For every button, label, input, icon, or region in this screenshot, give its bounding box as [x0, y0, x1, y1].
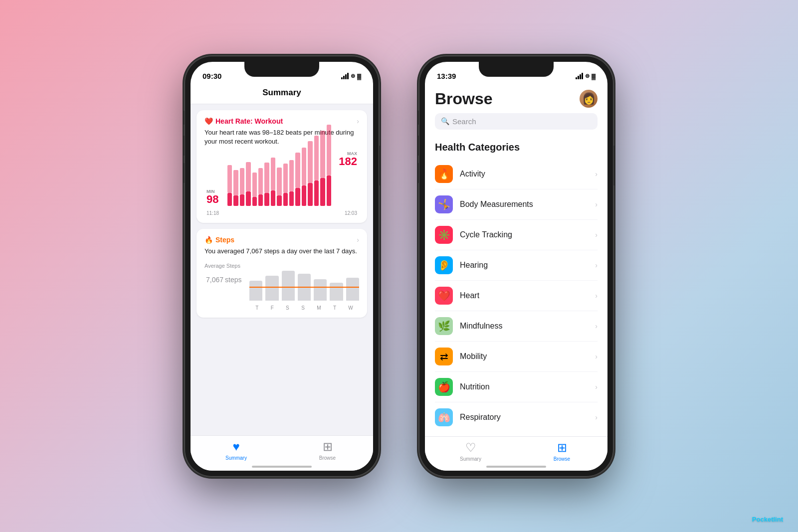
category-chevron-body: › — [595, 200, 598, 208]
heart-bar-bottom — [258, 194, 263, 205]
search-bar[interactable]: 🔍 Search — [435, 113, 598, 130]
category-item-respiratory[interactable]: 🫁Respiratory› — [435, 402, 598, 432]
day-label: T — [255, 305, 258, 311]
card-header-heart: ❤️ Heart Rate: Workout › — [204, 117, 359, 125]
summary-screen: 09:30 ⊜ ▓ Summary — [191, 62, 373, 471]
tab-browse-active[interactable]: ⊞ Browse — [516, 441, 607, 462]
category-item-mindfulness[interactable]: 🌿Mindfulness› — [435, 311, 598, 342]
steps-desc: You averaged 7,067 steps a day over the … — [204, 247, 359, 256]
heart-rate-desc: Your heart rate was 98–182 beats per min… — [204, 128, 359, 146]
heart-bar-top — [289, 160, 294, 191]
heart-bar-group — [277, 155, 281, 206]
category-chevron-cycle: › — [595, 231, 598, 239]
heart-bar-bottom — [271, 190, 275, 206]
chart-time-labels: 11:18 12:03 — [202, 210, 361, 216]
category-icon-respiratory: 🫁 — [435, 408, 453, 426]
category-chevron-mobility: › — [595, 353, 598, 360]
heart-bar-bottom — [314, 180, 319, 206]
heart-bar-bottom — [302, 185, 306, 206]
home-indicator — [252, 466, 312, 468]
battery-icon-browse: ▓ — [592, 73, 596, 79]
category-list: 🔥Activity›🤸Body Measurements›✳️Cycle Tra… — [435, 159, 598, 432]
heart-bars — [227, 155, 331, 206]
category-chevron-respiratory: › — [595, 413, 598, 421]
category-icon-cycle: ✳️ — [435, 226, 453, 244]
heart-bar-bottom — [295, 188, 300, 206]
heart-bar-top — [252, 173, 257, 197]
category-name-mindfulness: Mindfulness — [460, 322, 588, 331]
notch — [244, 62, 319, 77]
browse-screen: 13:39 ⊜ ▓ Browse — [425, 62, 607, 471]
heart-rate-title[interactable]: ❤️ Heart Rate: Workout — [204, 117, 283, 125]
category-name-body: Body Measurements — [460, 200, 588, 209]
category-item-hearing[interactable]: 👂Hearing› — [435, 250, 598, 281]
heart-chevron: › — [357, 117, 359, 125]
heart-bar-top — [327, 125, 331, 176]
category-icon-heart: ❤️ — [435, 287, 453, 305]
heart-bar-group — [246, 155, 250, 206]
category-chevron-hearing: › — [595, 261, 598, 269]
heart-bar-bottom — [283, 193, 288, 206]
steps-title[interactable]: 🔥 Steps — [204, 236, 234, 244]
category-chevron-activity: › — [595, 170, 598, 178]
phone-summary: 09:30 ⊜ ▓ Summary — [185, 56, 379, 477]
category-item-heart[interactable]: ❤️Heart› — [435, 281, 598, 311]
browse-header: Browse 👩 🔍 Search — [425, 84, 607, 134]
watermark: Pocketlint — [752, 516, 783, 523]
heart-bar-top — [246, 162, 250, 191]
status-icons-browse: ⊜ ▓ — [576, 73, 596, 79]
tab-browse[interactable]: ⊞ Browse — [282, 440, 373, 461]
category-item-mobility[interactable]: ⇄Mobility› — [435, 342, 598, 372]
heart-bar-bottom — [233, 195, 238, 205]
search-placeholder: Search — [452, 117, 476, 126]
heart-bar-top — [295, 153, 300, 188]
page-title-bar: Summary — [191, 84, 373, 104]
steps-value: 7,067steps — [204, 270, 242, 286]
heart-rate-card: ❤️ Heart Rate: Workout › Your heart rate… — [197, 110, 367, 223]
category-item-activity[interactable]: 🔥Activity› — [435, 159, 598, 189]
heart-bar-top — [320, 131, 325, 178]
step-bar — [249, 281, 262, 301]
heart-bar-top — [302, 148, 306, 186]
summary-tab-icon-browse: ♡ — [465, 441, 476, 455]
summary-tab-icon: ♥ — [232, 440, 239, 454]
heart-bar-group — [295, 155, 300, 206]
heart-bar-bottom — [252, 197, 257, 206]
notch-browse — [479, 62, 554, 77]
heart-bar-bottom — [246, 191, 250, 206]
day-label: F — [271, 305, 274, 311]
day-label: T — [333, 305, 336, 311]
heart-bar-bottom — [277, 195, 281, 205]
heart-bar-bottom — [264, 193, 269, 206]
category-item-cycle[interactable]: ✳️Cycle Tracking› — [435, 220, 598, 250]
heart-rate-chart: MAX 182 MIN 98 11:18 — [202, 151, 361, 216]
category-chevron-mindfulness: › — [595, 322, 598, 330]
heart-bar-group — [240, 155, 244, 206]
step-bar — [346, 278, 359, 301]
heart-bar-top — [314, 136, 319, 180]
avatar-image: 👩 — [582, 92, 596, 105]
heart-bar-top — [283, 164, 288, 193]
categories-title: Health Categories — [435, 142, 598, 153]
step-bar — [330, 283, 343, 301]
heart-bar-bottom — [320, 178, 325, 206]
card-header-steps: 🔥 Steps › — [204, 236, 359, 244]
chart-max: MAX 182 — [339, 151, 357, 167]
category-item-body[interactable]: 🤸Body Measurements› — [435, 189, 598, 220]
category-chevron-heart: › — [595, 292, 598, 300]
category-chevron-nutrition: › — [595, 383, 598, 391]
tab-summary-browse[interactable]: ♡ Summary — [425, 441, 516, 462]
time-display: 09:30 — [202, 72, 221, 80]
category-item-nutrition[interactable]: 🍎Nutrition› — [435, 372, 598, 402]
browse-tab-label: Browse — [319, 455, 336, 461]
brand-name: Pocketlint — [752, 516, 783, 523]
page-title: Summary — [200, 88, 363, 98]
heart-bar-top — [258, 168, 263, 194]
tab-summary[interactable]: ♥ Summary — [191, 440, 282, 461]
heart-bar-top — [233, 170, 238, 195]
steps-time-labels: TFSSMTW — [249, 305, 359, 311]
heart-bar-top — [308, 141, 312, 183]
heart-bar-group — [252, 155, 257, 206]
heart-bar-group — [258, 155, 263, 206]
user-avatar[interactable]: 👩 — [580, 90, 598, 108]
